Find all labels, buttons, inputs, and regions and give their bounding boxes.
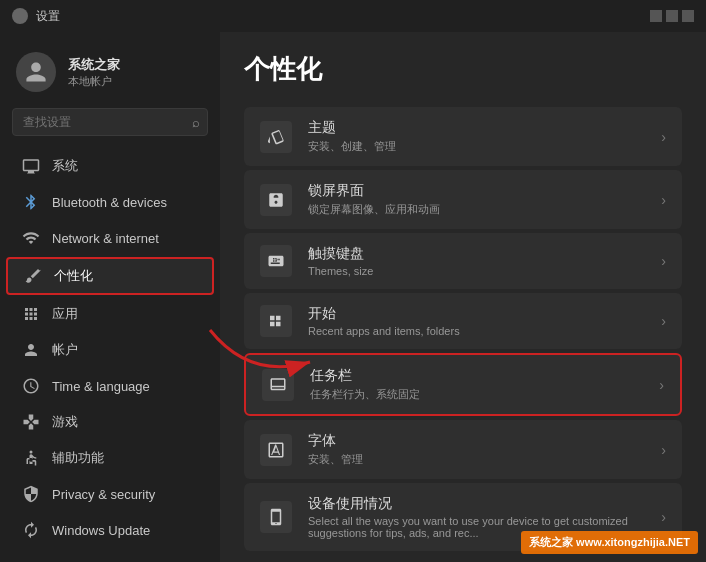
- shield-icon: [22, 485, 40, 503]
- sidebar-item-system[interactable]: 系统: [6, 149, 214, 183]
- taskbar-icon: [262, 369, 294, 401]
- app-container: 系统之家 本地帐户 ⌕ 系统 Bluetooth & devices: [0, 32, 706, 562]
- settings-item-theme[interactable]: 主题 安装、创建、管理 ›: [244, 107, 682, 166]
- touchkeyboard-title: 触摸键盘: [308, 245, 645, 263]
- sidebar-item-apps[interactable]: 应用: [6, 297, 214, 331]
- lockscreen-chevron: ›: [661, 192, 666, 208]
- settings-item-fonts[interactable]: 字体 安装、管理 ›: [244, 420, 682, 479]
- lockscreen-text: 锁屏界面 锁定屏幕图像、应用和动画: [308, 182, 645, 217]
- accessibility-icon: [22, 449, 40, 467]
- app-icon: [12, 8, 28, 24]
- monitor-icon: [22, 157, 40, 175]
- settings-item-lockscreen[interactable]: 锁屏界面 锁定屏幕图像、应用和动画 ›: [244, 170, 682, 229]
- device-icon: [260, 501, 292, 533]
- brush-icon: [24, 267, 42, 285]
- theme-subtitle: 安装、创建、管理: [308, 139, 645, 154]
- search-icon: ⌕: [192, 115, 200, 130]
- sidebar-item-apps-label: 应用: [52, 305, 78, 323]
- svg-point-0: [30, 451, 33, 454]
- avatar: [16, 52, 56, 92]
- user-info: 系统之家 本地帐户: [68, 56, 120, 89]
- sidebar-item-time[interactable]: Time & language: [6, 369, 214, 403]
- clock-icon: [22, 377, 40, 395]
- sidebar: 系统之家 本地帐户 ⌕ 系统 Bluetooth & devices: [0, 32, 220, 562]
- title-bar-text: 设置: [36, 8, 60, 25]
- sidebar-item-network[interactable]: Network & internet: [6, 221, 214, 255]
- sidebar-item-bluetooth-label: Bluetooth & devices: [52, 195, 167, 210]
- fonts-title: 字体: [308, 432, 645, 450]
- sidebar-item-gaming[interactable]: 游戏: [6, 405, 214, 439]
- touchkeyboard-subtitle: Themes, size: [308, 265, 645, 277]
- deviceusage-title: 设备使用情况: [308, 495, 645, 513]
- avatar-icon: [24, 60, 48, 84]
- theme-title: 主题: [308, 119, 645, 137]
- update-icon: [22, 521, 40, 539]
- lock-icon: [260, 184, 292, 216]
- start-subtitle: Recent apps and items, folders: [308, 325, 645, 337]
- page-title: 个性化: [244, 52, 682, 87]
- search-box: ⌕: [12, 108, 208, 136]
- touchkeyboard-text: 触摸键盘 Themes, size: [308, 245, 645, 277]
- sidebar-item-accessibility-label: 辅助功能: [52, 449, 104, 467]
- watermark: 系统之家 www.xitongzhijia.NET: [521, 531, 698, 554]
- sidebar-item-accounts[interactable]: 帐户: [6, 333, 214, 367]
- taskbar-text: 任务栏 任务栏行为、系统固定: [310, 367, 643, 402]
- settings-item-touchkeyboard[interactable]: 触摸键盘 Themes, size ›: [244, 233, 682, 289]
- settings-item-start[interactable]: 开始 Recent apps and items, folders ›: [244, 293, 682, 349]
- bluetooth-icon: [22, 193, 40, 211]
- start-chevron: ›: [661, 313, 666, 329]
- settings-item-taskbar[interactable]: 任务栏 任务栏行为、系统固定 ›: [244, 353, 682, 416]
- content-area: 个性化 主题 安装、创建、管理 › 锁屏界面 锁: [220, 32, 706, 562]
- lockscreen-subtitle: 锁定屏幕图像、应用和动画: [308, 202, 645, 217]
- sidebar-item-gaming-label: 游戏: [52, 413, 78, 431]
- theme-text: 主题 安装、创建、管理: [308, 119, 645, 154]
- user-type: 本地帐户: [68, 74, 120, 89]
- window-controls: [650, 10, 694, 22]
- sidebar-item-accounts-label: 帐户: [52, 341, 78, 359]
- theme-icon: [260, 121, 292, 153]
- keyboard-icon: [260, 245, 292, 277]
- sidebar-item-privacy[interactable]: Privacy & security: [6, 477, 214, 511]
- sidebar-item-privacy-label: Privacy & security: [52, 487, 155, 502]
- start-text: 开始 Recent apps and items, folders: [308, 305, 645, 337]
- sidebar-item-personalization[interactable]: 个性化: [6, 257, 214, 295]
- sidebar-item-personalization-label: 个性化: [54, 267, 93, 285]
- minimize-button[interactable]: [650, 10, 662, 22]
- fonts-text: 字体 安装、管理: [308, 432, 645, 467]
- sidebar-item-network-label: Network & internet: [52, 231, 159, 246]
- sidebar-item-accessibility[interactable]: 辅助功能: [6, 441, 214, 475]
- fonts-chevron: ›: [661, 442, 666, 458]
- theme-chevron: ›: [661, 129, 666, 145]
- taskbar-chevron: ›: [659, 377, 664, 393]
- lockscreen-title: 锁屏界面: [308, 182, 645, 200]
- maximize-button[interactable]: [666, 10, 678, 22]
- game-icon: [22, 413, 40, 431]
- start-icon: [260, 305, 292, 337]
- close-button[interactable]: [682, 10, 694, 22]
- title-bar: 设置: [0, 0, 706, 32]
- sidebar-item-time-label: Time & language: [52, 379, 150, 394]
- apps-icon: [22, 305, 40, 323]
- network-icon: [22, 229, 40, 247]
- fonts-subtitle: 安装、管理: [308, 452, 645, 467]
- start-title: 开始: [308, 305, 645, 323]
- fonts-icon: [260, 434, 292, 466]
- sidebar-item-update[interactable]: Windows Update: [6, 513, 214, 547]
- user-name: 系统之家: [68, 56, 120, 74]
- sidebar-item-update-label: Windows Update: [52, 523, 150, 538]
- touchkeyboard-chevron: ›: [661, 253, 666, 269]
- taskbar-title: 任务栏: [310, 367, 643, 385]
- sidebar-item-bluetooth[interactable]: Bluetooth & devices: [6, 185, 214, 219]
- settings-list: 主题 安装、创建、管理 › 锁屏界面 锁定屏幕图像、应用和动画 ›: [244, 107, 682, 551]
- search-input[interactable]: [12, 108, 208, 136]
- person-icon: [22, 341, 40, 359]
- taskbar-subtitle: 任务栏行为、系统固定: [310, 387, 643, 402]
- deviceusage-chevron: ›: [661, 509, 666, 525]
- user-section[interactable]: 系统之家 本地帐户: [0, 44, 220, 108]
- sidebar-item-system-label: 系统: [52, 157, 78, 175]
